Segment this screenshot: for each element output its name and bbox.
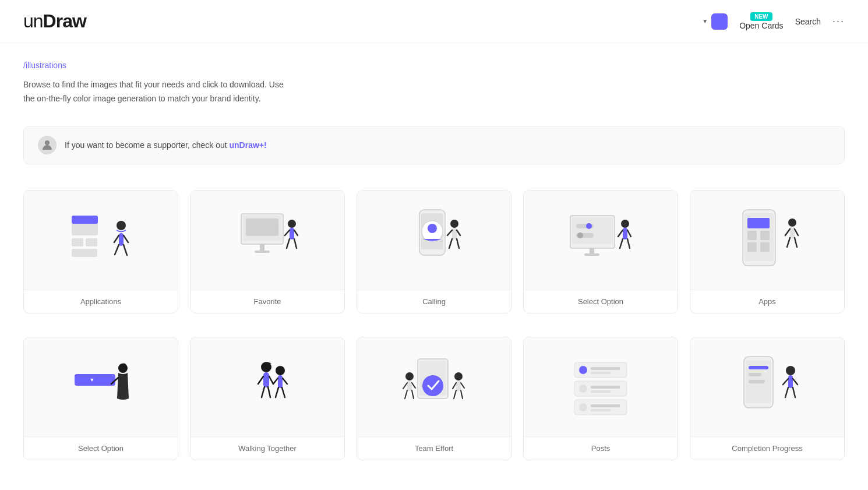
more-button[interactable]: ··· [832, 15, 845, 27]
breadcrumb[interactable]: /illustrations [23, 61, 845, 70]
card-completion-progress[interactable]: Completion Progress [690, 337, 845, 460]
card-select-option2[interactable]: ▼ Select Option [23, 337, 178, 460]
card-image-favorite [190, 191, 344, 290]
svg-line-67 [269, 376, 273, 384]
undraw-plus-link[interactable]: unDraw+! [230, 140, 267, 150]
card-image-completion-progress [690, 337, 844, 436]
banner-icon [38, 136, 57, 154]
svg-point-6 [117, 221, 126, 230]
header: unDraw ▼ NEW Open Cards Search ··· [0, 0, 868, 43]
svg-line-75 [282, 387, 285, 397]
svg-point-70 [276, 366, 285, 375]
svg-line-112 [785, 387, 788, 397]
svg-line-19 [285, 230, 290, 235]
card-applications[interactable]: Applications [23, 190, 178, 313]
card-label-select-option: Select Option [524, 290, 678, 313]
logo[interactable]: unDraw [23, 10, 86, 32]
svg-rect-40 [584, 253, 599, 256]
svg-line-46 [627, 239, 630, 248]
card-select-option[interactable]: Select Option [523, 190, 678, 313]
svg-point-26 [428, 224, 437, 233]
card-image-select-option2: ▼ [24, 337, 178, 436]
color-picker-wrapper: ▼ [702, 13, 728, 30]
card-image-walking-together [190, 337, 344, 436]
card-calling[interactable]: Calling [357, 190, 511, 313]
svg-line-74 [276, 387, 278, 397]
card-image-select-option [524, 191, 678, 290]
svg-rect-18 [290, 228, 294, 239]
svg-rect-93 [591, 367, 620, 370]
card-image-applications [24, 191, 178, 290]
svg-line-59 [795, 238, 797, 247]
svg-rect-42 [623, 228, 627, 239]
svg-line-29 [447, 230, 452, 235]
svg-point-92 [579, 366, 587, 374]
svg-rect-107 [749, 380, 765, 383]
svg-point-96 [579, 385, 587, 393]
svg-point-27 [450, 220, 458, 228]
open-cards-button[interactable]: Open Cards [739, 21, 783, 30]
svg-rect-28 [452, 228, 457, 239]
color-swatch[interactable] [711, 13, 728, 30]
card-favorite[interactable]: Favorite [190, 190, 345, 313]
svg-rect-105 [749, 366, 768, 369]
svg-point-79 [405, 372, 414, 380]
svg-rect-55 [790, 227, 795, 238]
logo-prefix: un [23, 10, 43, 31]
svg-rect-4 [86, 238, 97, 246]
card-label-calling: Calling [357, 290, 511, 313]
svg-rect-39 [590, 248, 594, 254]
svg-point-36 [586, 223, 592, 229]
svg-rect-106 [749, 373, 761, 376]
card-label-posts: Posts [524, 436, 678, 460]
svg-rect-86 [456, 380, 461, 391]
illustrations-grid-row2: ▼ Select Option [0, 325, 868, 472]
card-label-apps: Apps [690, 290, 844, 313]
card-team-effort[interactable]: Team Effort [357, 337, 511, 460]
svg-line-82 [412, 383, 415, 388]
svg-line-10 [114, 235, 119, 242]
svg-point-85 [454, 372, 463, 380]
svg-rect-34 [572, 217, 613, 244]
supporter-banner: If you want to become a supporter, check… [23, 126, 845, 164]
svg-line-31 [449, 239, 452, 248]
svg-line-8 [115, 245, 119, 255]
card-label-team-effort: Team Effort [357, 436, 511, 460]
svg-line-45 [620, 239, 623, 248]
svg-line-81 [403, 383, 407, 389]
svg-rect-7 [119, 233, 124, 246]
svg-rect-49 [747, 218, 770, 228]
chevron-down-icon[interactable]: ▼ [702, 18, 708, 24]
card-label-applications: Applications [24, 290, 178, 313]
svg-line-90 [461, 390, 463, 399]
card-walking-together[interactable]: Walking Together [190, 337, 345, 460]
svg-line-44 [627, 230, 631, 237]
svg-line-83 [405, 390, 407, 399]
card-apps[interactable]: Apps [690, 190, 845, 313]
svg-line-69 [268, 387, 270, 397]
svg-rect-97 [591, 386, 620, 389]
svg-point-108 [786, 366, 795, 375]
svg-line-21 [287, 239, 290, 248]
svg-line-111 [793, 379, 798, 385]
svg-rect-3 [72, 238, 83, 246]
svg-point-78 [422, 375, 443, 396]
svg-line-32 [457, 239, 459, 248]
svg-rect-80 [407, 380, 412, 391]
svg-rect-60 [75, 374, 115, 386]
svg-line-84 [412, 390, 414, 399]
svg-line-30 [457, 230, 460, 235]
card-label-select-option2: Select Option [24, 436, 178, 460]
logo-bold: Draw [43, 10, 86, 31]
svg-line-66 [258, 376, 263, 384]
illustrations-grid-row1: Applications Favorite [0, 178, 868, 325]
svg-line-110 [783, 379, 788, 385]
svg-point-100 [579, 403, 587, 411]
svg-point-0 [45, 140, 50, 145]
svg-line-72 [273, 378, 278, 384]
search-link[interactable]: Search [795, 17, 821, 26]
svg-line-22 [294, 239, 297, 248]
svg-line-87 [453, 383, 456, 389]
svg-rect-14 [246, 218, 278, 236]
card-posts[interactable]: Posts [523, 337, 678, 460]
